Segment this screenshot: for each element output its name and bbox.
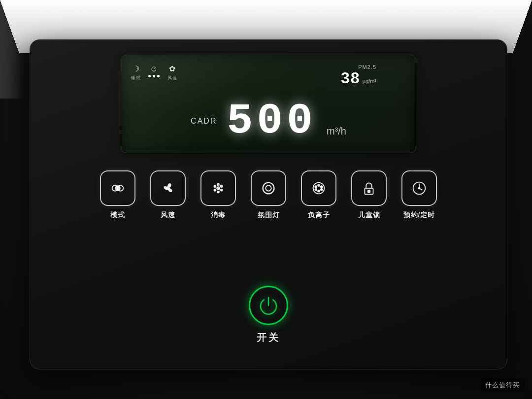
schedule-button[interactable]: 预约/定时 — [401, 170, 437, 220]
lock-icon — [360, 179, 378, 198]
svg-point-6 — [214, 189, 216, 191]
ion-icon — [309, 179, 328, 198]
power-label: 开关 — [257, 331, 280, 344]
ion-button[interactable]: 负离子 — [301, 170, 336, 220]
wind-label: 风速 — [161, 211, 175, 220]
sleep-icon-group: ☽ 睡眠 — [131, 65, 140, 81]
child-lock-button[interactable]: 儿童锁 — [351, 170, 387, 220]
dot-3 — [157, 75, 160, 77]
mode-label: 模式 — [110, 211, 125, 220]
ion-icon-wrap — [301, 170, 336, 206]
svg-point-14 — [321, 186, 323, 188]
svg-point-4 — [214, 185, 216, 187]
settings-icon: ✿ — [169, 65, 175, 73]
svg-point-8 — [263, 183, 274, 194]
device-panel: ☽ 睡眠 ☺ ✿ 风速 PM2.5 38 μg — [30, 39, 507, 369]
ambient-label: 氛围灯 — [258, 211, 280, 220]
pm-unit: μg/m³ — [363, 78, 376, 84]
pm-value: 38 — [341, 70, 361, 86]
fan-icon — [159, 179, 177, 198]
power-section: 开关 — [249, 286, 288, 344]
fan-speed-group: ✿ 风速 — [167, 65, 177, 81]
mode-status-group: ☺ — [148, 65, 160, 77]
power-button[interactable] — [249, 286, 288, 325]
svg-point-12 — [318, 190, 320, 192]
svg-point-11 — [318, 184, 320, 186]
wind-button[interactable]: 风速 — [150, 170, 186, 220]
svg-point-5 — [221, 189, 223, 191]
circle-ring-icon — [259, 179, 278, 198]
svg-point-1 — [217, 187, 220, 190]
ambient-button[interactable]: 氛围灯 — [251, 170, 286, 220]
child-lock-label: 儿童锁 — [358, 211, 380, 220]
svg-point-18 — [368, 190, 370, 193]
cadr-section: CADR 500 m³/h — [121, 100, 416, 143]
power-icon — [258, 295, 279, 316]
disinfect-button[interactable]: 消毒 — [200, 170, 236, 220]
dot-indicators — [148, 75, 160, 77]
clock-icon — [410, 179, 429, 198]
display-screen: ☽ 睡眠 ☺ ✿ 风速 PM2.5 38 μg — [121, 55, 416, 153]
ion-label: 负离子 — [308, 211, 330, 220]
svg-point-3 — [217, 191, 219, 193]
svg-point-7 — [221, 185, 223, 187]
svg-point-16 — [321, 189, 323, 191]
svg-point-22 — [419, 188, 420, 189]
child-lock-icon-wrap — [351, 170, 387, 206]
dot-2 — [153, 75, 155, 77]
sleep-label: 睡眠 — [131, 75, 140, 81]
cadr-unit: m³/h — [327, 126, 346, 143]
infinity-icon — [108, 179, 127, 198]
cadr-value: 500 — [227, 100, 316, 143]
screen-top-icons: ☽ 睡眠 ☺ ✿ 风速 — [131, 65, 177, 81]
disinfect-label: 消毒 — [211, 211, 226, 220]
controls-row: 模式 风速 — [30, 170, 507, 220]
fan-label: 风速 — [167, 75, 177, 81]
svg-point-9 — [266, 185, 271, 191]
schedule-icon-wrap — [401, 170, 437, 206]
mode-button[interactable]: 模式 — [100, 170, 135, 220]
svg-point-2 — [217, 184, 219, 186]
wind-icon-wrap — [150, 170, 186, 206]
watermark: 什么值得买 — [480, 378, 525, 392]
schedule-label: 预约/定时 — [403, 211, 435, 220]
watermark-text: 什么值得买 — [485, 381, 520, 389]
sleep-icon: ☽ — [133, 65, 139, 73]
person-icon: ☺ — [150, 65, 158, 73]
cadr-label: CADR — [191, 117, 217, 126]
svg-point-15 — [315, 189, 317, 191]
dot-1 — [148, 75, 151, 77]
disinfect-icon-wrap — [200, 170, 236, 206]
pm-display: PM2.5 38 μg/m³ — [341, 64, 376, 86]
ambient-icon-wrap — [251, 170, 286, 206]
svg-point-13 — [315, 186, 317, 188]
mode-icon-wrap — [100, 170, 135, 206]
atom-icon — [209, 179, 228, 198]
